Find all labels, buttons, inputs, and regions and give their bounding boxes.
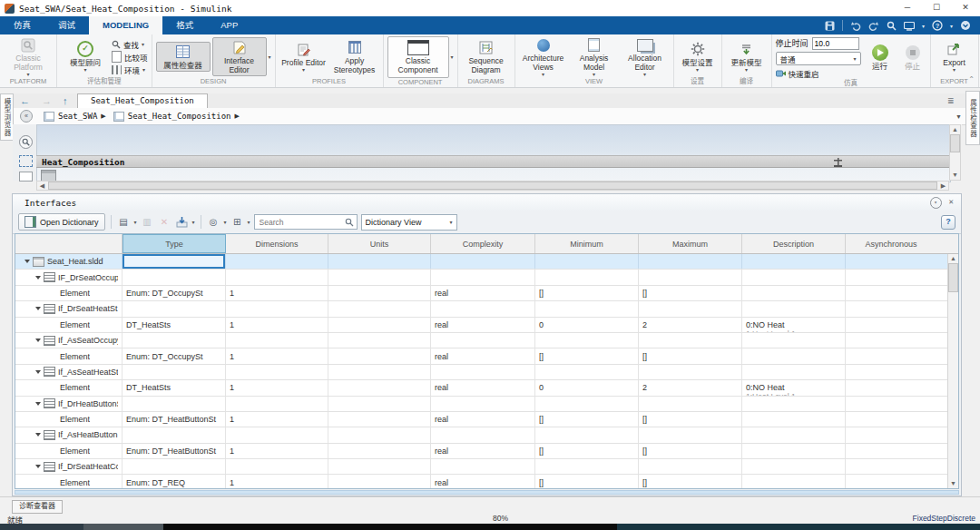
add-view-dropdown-icon[interactable]: ▾ — [248, 220, 250, 225]
model-advisor-button[interactable]: ✓ 模型顾问 ▾ — [61, 41, 110, 74]
run-button[interactable]: 运行 — [867, 44, 894, 72]
cell-complexity[interactable] — [431, 254, 535, 269]
cell-description[interactable] — [742, 412, 846, 427]
cell-complexity[interactable]: real — [431, 412, 535, 427]
cell-dimensions[interactable] — [226, 270, 328, 284]
fit-to-view-icon[interactable] — [19, 155, 33, 167]
diagnostic-viewer-button[interactable]: 诊断查看器 — [12, 500, 63, 514]
table-scroll-thumb[interactable] — [948, 263, 958, 292]
cell-units[interactable] — [328, 254, 431, 269]
cell-units[interactable] — [328, 397, 431, 411]
scroll-left-icon[interactable]: ◀ — [37, 182, 47, 190]
compare-button[interactable]: 比较项 — [112, 51, 148, 63]
cell-type[interactable] — [122, 270, 226, 284]
cell-asynchronous[interactable] — [846, 348, 936, 363]
cell-maximum[interactable]: [] — [639, 475, 742, 488]
cell-description[interactable] — [742, 348, 846, 363]
tree-cell[interactable]: Element — [15, 380, 122, 395]
design-gallery-dropdown-icon[interactable]: ▾ — [269, 54, 271, 60]
tree-cell[interactable]: Seat_Heat.sldd — [15, 254, 122, 269]
cell-maximum[interactable] — [639, 365, 742, 379]
cell-asynchronous[interactable] — [846, 318, 936, 332]
copy-interface-icon[interactable]: ▥ — [141, 215, 154, 229]
cell-description[interactable]: 0:NO Heat1:Heat Level 1 — [742, 318, 846, 332]
minimize-button[interactable]: ─ — [893, 0, 922, 16]
table-row[interactable]: Element Enum: DT_REQ 1 real [] [] — [15, 475, 947, 488]
cell-maximum[interactable] — [639, 333, 742, 348]
breadcrumb-expand-icon[interactable]: ▶ — [235, 113, 240, 120]
close-button[interactable]: ✕ — [951, 0, 980, 16]
table-row[interactable]: If_DrSeatHeatSt — [15, 301, 947, 317]
fast-restart-button[interactable]: 快速重启 — [776, 67, 861, 79]
expander-icon[interactable] — [35, 307, 41, 310]
navigate-up-icon[interactable]: ↑ — [63, 94, 68, 107]
cell-units[interactable] — [328, 412, 431, 427]
tab-app[interactable]: APP — [207, 16, 251, 34]
column-header-minimum[interactable]: Minimum — [535, 234, 639, 253]
cell-dimensions[interactable]: 1 — [226, 444, 328, 458]
cell-type[interactable]: Enum: DT_HeatButtonSt — [122, 444, 226, 458]
breadcrumb-dropdown-icon[interactable]: ▼ — [956, 113, 962, 120]
filter-dropdown-icon[interactable]: ▾ — [224, 220, 227, 225]
interface-editor-button[interactable]: Interface Editor — [212, 37, 267, 76]
cell-description[interactable] — [742, 397, 846, 411]
scroll-up-icon[interactable]: ▲ — [952, 125, 958, 134]
search-box-icon[interactable] — [345, 218, 354, 227]
cell-type[interactable] — [122, 459, 226, 474]
add-interface-dropdown-icon[interactable]: ▾ — [134, 220, 137, 225]
tree-cell[interactable]: Element — [15, 286, 122, 300]
cell-units[interactable] — [328, 318, 431, 332]
find-button[interactable]: 查找▾ — [112, 38, 148, 50]
cell-asynchronous[interactable] — [846, 459, 936, 474]
tree-cell[interactable]: If_AsHeatButton — [15, 427, 122, 442]
cell-description[interactable] — [742, 475, 846, 488]
expander-icon[interactable] — [35, 433, 41, 437]
table-vertical-scrollbar[interactable]: ▲ ▼ — [947, 254, 958, 488]
cell-dimensions[interactable] — [226, 301, 328, 316]
cell-dimensions[interactable]: 1 — [226, 348, 328, 363]
cell-units[interactable] — [328, 301, 431, 316]
cell-maximum[interactable] — [639, 459, 742, 474]
expander-icon[interactable] — [24, 260, 30, 263]
cell-dimensions[interactable]: 1 — [226, 412, 328, 427]
tree-cell[interactable]: If_AsSeatOccupy — [15, 333, 122, 348]
update-model-button[interactable]: 更新模型 ▾ — [726, 41, 768, 74]
navigate-forward-icon[interactable]: → — [42, 94, 52, 107]
table-row[interactable]: Element Enum: DT_HeatButtonSt 1 real [] … — [15, 412, 947, 427]
cell-complexity[interactable] — [431, 301, 535, 316]
cell-maximum[interactable] — [639, 270, 742, 284]
cell-description[interactable] — [742, 286, 846, 300]
cell-minimum[interactable] — [535, 427, 639, 442]
canvas-vertical-scrollbar[interactable]: ▲ ▼ — [949, 124, 961, 181]
table-scroll-down-icon[interactable]: ▼ — [950, 479, 956, 488]
composition-header-bar[interactable]: Heat_Composition — [36, 155, 949, 168]
document-tab[interactable]: Seat_Heat_Composition — [77, 93, 208, 108]
import-interface-icon[interactable] — [175, 215, 189, 229]
dock-panel-icon[interactable]: ▾ — [930, 197, 942, 209]
filter-display-icon[interactable]: ◎ — [207, 215, 220, 229]
cell-units[interactable] — [328, 348, 431, 363]
table-row[interactable]: Element Enum: DT_HeatButtonSt 1 real [] … — [15, 444, 947, 459]
tree-cell[interactable]: If_DrSeatHeatCc — [15, 459, 122, 474]
cell-type[interactable] — [122, 427, 226, 442]
screenshot-icon[interactable] — [904, 21, 915, 31]
canvas-list-icon[interactable]: ≣ — [947, 96, 955, 105]
cell-type[interactable]: Enum: DT_OccupySt — [122, 348, 226, 363]
cell-minimum[interactable]: 0 — [535, 380, 639, 395]
cell-asynchronous[interactable] — [846, 301, 936, 316]
delete-interface-icon[interactable]: ✕ — [158, 215, 172, 229]
table-row[interactable]: If_DrSeatHeatCc — [15, 459, 947, 475]
column-header-tree[interactable] — [15, 234, 122, 253]
cell-complexity[interactable] — [431, 459, 535, 474]
cell-type[interactable] — [122, 365, 226, 379]
cell-units[interactable] — [328, 444, 431, 458]
hide-browser-icon[interactable]: « — [20, 110, 33, 123]
scroll-down-icon[interactable]: ▼ — [952, 171, 958, 180]
table-horizontal-scrollbar[interactable] — [15, 490, 959, 495]
collapse-toolstrip-icon[interactable] — [960, 20, 971, 31]
cell-maximum[interactable] — [639, 301, 742, 316]
tree-cell[interactable]: If_AsSeatHeatSt — [15, 365, 122, 379]
classic-component-button[interactable]: Classic Component — [387, 36, 449, 78]
cell-minimum[interactable]: [] — [535, 475, 639, 488]
table-row[interactable]: If_AsHeatButton — [15, 427, 947, 443]
